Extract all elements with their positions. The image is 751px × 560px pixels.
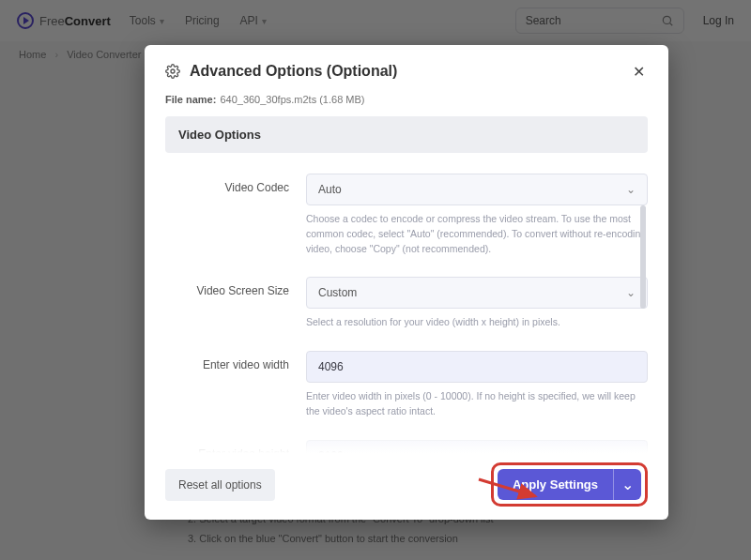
chevron-down-icon: ⌄ [621,476,634,493]
chevron-down-icon: ⌄ [626,183,636,196]
chevron-down-icon: ⌄ [626,286,636,299]
file-name-label: File name: [165,94,216,105]
svg-point-2 [171,69,175,73]
scroll-fade [165,419,648,453]
reset-all-button[interactable]: Reset all options [165,469,275,501]
close-icon: ✕ [633,63,645,81]
video-options-heading: Video Options [165,116,648,153]
gear-icon [165,64,180,79]
label-video-codec: Video Codec [165,174,306,256]
hint-screen-size: Select a resolution for your video (widt… [306,315,648,330]
field-video-codec: Video Codec Auto ⌄ Choose a codec to enc… [165,174,648,256]
hint-video-codec: Choose a codec to encode or compress the… [306,212,648,256]
file-name-value: 640_360_30fps.m2ts (1.68 MB) [220,94,364,105]
modal-header: Advanced Options (Optional) ✕ [165,62,648,81]
input-video-width[interactable]: 4096 [306,351,648,383]
label-screen-size: Video Screen Size [165,277,306,330]
options-scroll-area: Video Options Video Codec Auto ⌄ Choose … [165,116,648,453]
field-screen-size: Video Screen Size Custom ⌄ Select a reso… [165,277,648,330]
advanced-options-modal: Advanced Options (Optional) ✕ File name:… [145,45,668,520]
label-video-width: Enter video width [165,351,306,419]
file-name-row: File name:640_360_30fps.m2ts (1.68 MB) [165,94,648,105]
modal-title: Advanced Options (Optional) [190,63,397,80]
input-video-width-value: 4096 [318,360,344,373]
select-screen-size-value: Custom [318,286,357,299]
select-video-codec-value: Auto [318,183,342,196]
apply-highlight-box: Apply Settings ⌄ [491,462,648,507]
apply-settings-button[interactable]: Apply Settings [498,469,613,500]
close-button[interactable]: ✕ [629,62,648,81]
scrollbar-thumb[interactable] [640,205,646,309]
select-screen-size[interactable]: Custom ⌄ [306,277,648,309]
field-video-width: Enter video width 4096 Enter video width… [165,351,648,419]
select-video-codec[interactable]: Auto ⌄ [306,174,648,205]
apply-button-group: Apply Settings ⌄ [498,469,641,500]
hint-video-width: Enter video width in pixels (0 - 10000).… [306,389,648,419]
modal-footer: Reset all options Apply Settings ⌄ [165,462,648,507]
apply-dropdown-button[interactable]: ⌄ [613,469,641,500]
